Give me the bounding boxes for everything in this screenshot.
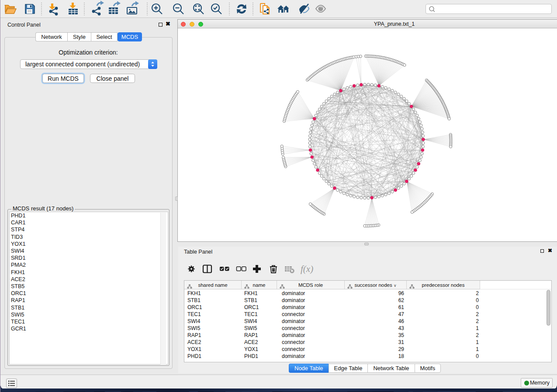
svg-text:f(x): f(x) bbox=[301, 264, 313, 274]
